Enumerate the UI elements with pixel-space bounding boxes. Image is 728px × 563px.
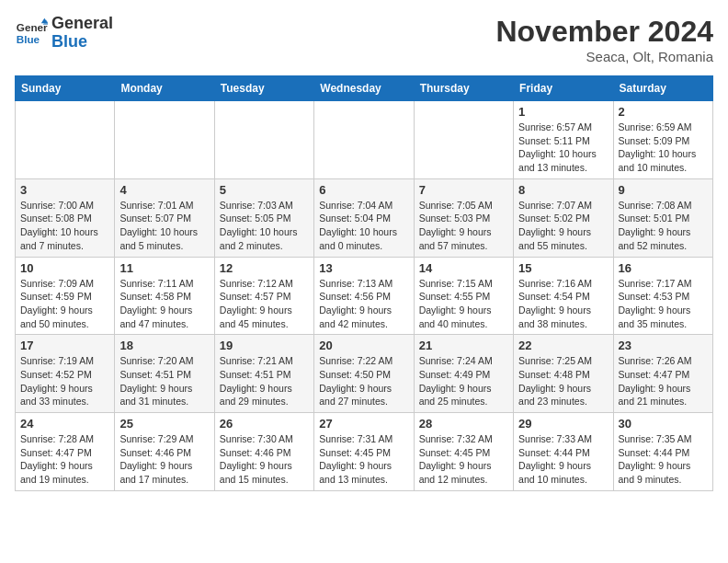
day-info: Sunrise: 7:25 AM Sunset: 4:48 PM Dayligh…	[518, 354, 608, 408]
calendar-header-row: SundayMondayTuesdayWednesdayThursdayFrid…	[16, 76, 713, 101]
day-number: 4	[119, 183, 209, 197]
day-info: Sunrise: 7:26 AM Sunset: 4:47 PM Dayligh…	[619, 354, 708, 408]
day-info: Sunrise: 7:04 AM Sunset: 5:04 PM Dayligh…	[319, 199, 408, 253]
title-block: November 2024 Seaca, Olt, Romania	[495, 15, 713, 64]
calendar-cell: 9Sunrise: 7:08 AM Sunset: 5:01 PM Daylig…	[613, 178, 712, 257]
day-info: Sunrise: 7:09 AM Sunset: 4:59 PM Dayligh…	[20, 277, 109, 331]
day-number: 29	[518, 417, 608, 431]
calendar-cell	[414, 101, 513, 179]
svg-text:Blue: Blue	[17, 33, 40, 45]
day-number: 2	[619, 105, 708, 119]
day-number: 6	[319, 183, 408, 197]
day-number: 5	[220, 183, 309, 197]
weekday-header: Sunday	[16, 76, 115, 101]
calendar-week-row: 17Sunrise: 7:19 AM Sunset: 4:52 PM Dayli…	[16, 335, 713, 413]
calendar-week-row: 3Sunrise: 7:00 AM Sunset: 5:08 PM Daylig…	[16, 178, 713, 257]
calendar-cell: 5Sunrise: 7:03 AM Sunset: 5:05 PM Daylig…	[214, 178, 313, 257]
day-info: Sunrise: 7:01 AM Sunset: 5:07 PM Dayligh…	[119, 199, 209, 253]
day-info: Sunrise: 7:08 AM Sunset: 5:01 PM Dayligh…	[619, 199, 708, 253]
day-number: 7	[419, 183, 508, 197]
day-info: Sunrise: 7:11 AM Sunset: 4:58 PM Dayligh…	[119, 277, 209, 331]
calendar-cell: 17Sunrise: 7:19 AM Sunset: 4:52 PM Dayli…	[16, 335, 115, 413]
day-number: 20	[319, 339, 408, 352]
day-info: Sunrise: 7:21 AM Sunset: 4:51 PM Dayligh…	[220, 354, 309, 408]
calendar-cell: 19Sunrise: 7:21 AM Sunset: 4:51 PM Dayli…	[214, 335, 313, 413]
calendar-week-row: 10Sunrise: 7:09 AM Sunset: 4:59 PM Dayli…	[16, 257, 713, 335]
day-info: Sunrise: 7:30 AM Sunset: 4:46 PM Dayligh…	[220, 432, 309, 487]
day-info: Sunrise: 7:15 AM Sunset: 4:55 PM Dayligh…	[419, 277, 508, 331]
calendar-cell: 28Sunrise: 7:32 AM Sunset: 4:45 PM Dayli…	[414, 413, 513, 491]
calendar-cell: 11Sunrise: 7:11 AM Sunset: 4:58 PM Dayli…	[115, 257, 214, 335]
day-info: Sunrise: 7:05 AM Sunset: 5:03 PM Dayligh…	[419, 199, 508, 253]
calendar-table: SundayMondayTuesdayWednesdayThursdayFrid…	[15, 75, 713, 491]
day-info: Sunrise: 7:17 AM Sunset: 4:53 PM Dayligh…	[619, 277, 708, 331]
calendar-cell: 8Sunrise: 7:07 AM Sunset: 5:02 PM Daylig…	[514, 178, 613, 257]
weekday-header: Tuesday	[214, 76, 313, 101]
weekday-header: Saturday	[613, 76, 712, 101]
day-info: Sunrise: 7:12 AM Sunset: 4:57 PM Dayligh…	[220, 277, 309, 331]
day-info: Sunrise: 7:13 AM Sunset: 4:56 PM Dayligh…	[319, 277, 408, 331]
day-number: 12	[220, 261, 309, 275]
calendar-cell: 27Sunrise: 7:31 AM Sunset: 4:45 PM Dayli…	[314, 413, 414, 491]
calendar-cell: 20Sunrise: 7:22 AM Sunset: 4:50 PM Dayli…	[314, 335, 414, 413]
day-number: 22	[518, 339, 608, 352]
day-number: 3	[20, 183, 109, 197]
weekday-header: Friday	[514, 76, 613, 101]
calendar-cell	[16, 101, 115, 179]
day-number: 27	[319, 417, 408, 431]
day-number: 19	[220, 339, 309, 352]
calendar-cell	[314, 101, 414, 179]
day-number: 25	[119, 417, 209, 431]
day-number: 18	[119, 339, 209, 352]
calendar-cell: 12Sunrise: 7:12 AM Sunset: 4:57 PM Dayli…	[214, 257, 313, 335]
day-info: Sunrise: 7:16 AM Sunset: 4:54 PM Dayligh…	[518, 277, 608, 331]
weekday-header: Thursday	[414, 76, 513, 101]
day-number: 16	[619, 261, 708, 275]
calendar-cell	[115, 101, 214, 179]
calendar-cell: 21Sunrise: 7:24 AM Sunset: 4:49 PM Dayli…	[414, 335, 513, 413]
calendar-cell: 15Sunrise: 7:16 AM Sunset: 4:54 PM Dayli…	[514, 257, 613, 335]
day-number: 1	[518, 105, 608, 119]
calendar-cell: 3Sunrise: 7:00 AM Sunset: 5:08 PM Daylig…	[16, 178, 115, 257]
calendar-cell: 26Sunrise: 7:30 AM Sunset: 4:46 PM Dayli…	[214, 413, 313, 491]
day-number: 24	[20, 417, 109, 431]
day-info: Sunrise: 7:33 AM Sunset: 4:44 PM Dayligh…	[518, 432, 608, 487]
logo: General Blue General Blue	[15, 15, 113, 52]
day-number: 28	[419, 417, 508, 431]
calendar-cell: 24Sunrise: 7:28 AM Sunset: 4:47 PM Dayli…	[16, 413, 115, 491]
day-number: 10	[20, 261, 109, 275]
weekday-header: Wednesday	[314, 76, 414, 101]
day-info: Sunrise: 7:19 AM Sunset: 4:52 PM Dayligh…	[20, 354, 109, 408]
calendar-cell	[214, 101, 313, 179]
calendar-cell: 4Sunrise: 7:01 AM Sunset: 5:07 PM Daylig…	[115, 178, 214, 257]
month-title: November 2024	[495, 15, 713, 49]
day-info: Sunrise: 7:03 AM Sunset: 5:05 PM Dayligh…	[220, 199, 309, 253]
calendar-cell: 7Sunrise: 7:05 AM Sunset: 5:03 PM Daylig…	[414, 178, 513, 257]
calendar-cell: 1Sunrise: 6:57 AM Sunset: 5:11 PM Daylig…	[514, 101, 613, 179]
day-info: Sunrise: 7:29 AM Sunset: 4:46 PM Dayligh…	[119, 432, 209, 487]
calendar-cell: 14Sunrise: 7:15 AM Sunset: 4:55 PM Dayli…	[414, 257, 513, 335]
day-number: 23	[619, 339, 708, 352]
calendar-cell: 6Sunrise: 7:04 AM Sunset: 5:04 PM Daylig…	[314, 178, 414, 257]
day-number: 11	[119, 261, 209, 275]
calendar-week-row: 24Sunrise: 7:28 AM Sunset: 4:47 PM Dayli…	[16, 413, 713, 491]
day-info: Sunrise: 6:57 AM Sunset: 5:11 PM Dayligh…	[518, 121, 608, 175]
day-info: Sunrise: 7:28 AM Sunset: 4:47 PM Dayligh…	[20, 432, 109, 487]
calendar-week-row: 1Sunrise: 6:57 AM Sunset: 5:11 PM Daylig…	[16, 101, 713, 179]
weekday-header: Monday	[115, 76, 214, 101]
day-info: Sunrise: 6:59 AM Sunset: 5:09 PM Dayligh…	[619, 121, 708, 175]
logo-text: General Blue	[51, 15, 113, 52]
day-info: Sunrise: 7:07 AM Sunset: 5:02 PM Dayligh…	[518, 199, 608, 253]
day-number: 21	[419, 339, 508, 352]
page-header: General Blue General Blue November 2024 …	[15, 15, 713, 64]
day-number: 9	[619, 183, 708, 197]
calendar-cell: 23Sunrise: 7:26 AM Sunset: 4:47 PM Dayli…	[613, 335, 712, 413]
calendar-cell: 29Sunrise: 7:33 AM Sunset: 4:44 PM Dayli…	[514, 413, 613, 491]
day-info: Sunrise: 7:35 AM Sunset: 4:44 PM Dayligh…	[619, 432, 708, 487]
day-number: 30	[619, 417, 708, 431]
calendar-cell: 16Sunrise: 7:17 AM Sunset: 4:53 PM Dayli…	[613, 257, 712, 335]
day-number: 26	[220, 417, 309, 431]
day-info: Sunrise: 7:22 AM Sunset: 4:50 PM Dayligh…	[319, 354, 408, 408]
day-info: Sunrise: 7:24 AM Sunset: 4:49 PM Dayligh…	[419, 354, 508, 408]
calendar-cell: 22Sunrise: 7:25 AM Sunset: 4:48 PM Dayli…	[514, 335, 613, 413]
